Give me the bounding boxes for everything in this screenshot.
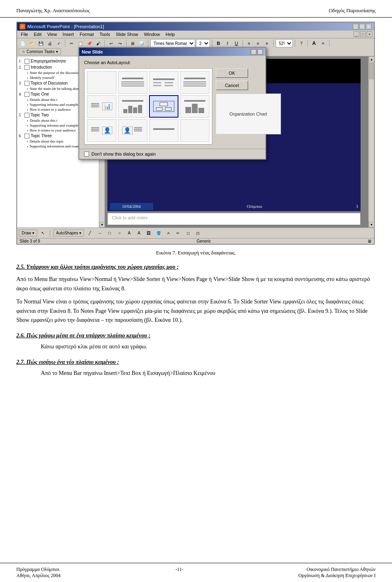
autoshapes-btn[interactable]: AutoShapes ▾ (53, 230, 84, 236)
line-btn[interactable]: ╱ (86, 229, 94, 237)
menu-help[interactable]: Help (164, 31, 177, 37)
spell-btn[interactable]: ✓ (55, 39, 63, 47)
section-2-6: 2.6. Πώς γράφω μέσα σε ένα υπάρχον πλαίσ… (16, 331, 376, 351)
layout-thumb-blank-2[interactable] (180, 119, 209, 142)
scroll-down-btn[interactable]: ▼ (99, 222, 105, 227)
footer-right-line2: Οργάνωση & Διοίκηση Επιχειρήσεων Ι (298, 573, 376, 579)
ppt-menubar: File Edit View Insert Format Tools Slide… (17, 31, 374, 38)
sep6 (243, 40, 243, 47)
textbox-btn[interactable]: A (125, 229, 133, 237)
3d-btn[interactable]: ◳ (194, 229, 202, 237)
align-center-btn[interactable]: ≡ (254, 39, 262, 47)
align-right-btn[interactable]: ≡ (263, 39, 271, 47)
print-btn[interactable]: 🖨 (46, 39, 54, 47)
common-tasks-button[interactable]: ☆ Common Tasks ▾ (19, 48, 61, 55)
layout-grid-inner: 📊 (87, 71, 209, 142)
font-size-selector[interactable]: 24 (196, 39, 210, 47)
slide-notes-area[interactable]: Click to add notes (107, 213, 361, 225)
layout-thumb-org-content[interactable] (149, 95, 178, 118)
save-btn[interactable]: 💾 (37, 39, 45, 47)
font-selector[interactable]: Times New Roman (150, 39, 195, 47)
org-chart-area: Organization Chart (216, 94, 281, 134)
insert-chart-btn[interactable]: 📊 (138, 39, 146, 47)
minimize-btn[interactable]: _ (353, 24, 359, 29)
format-painter-btn[interactable]: 🖌 (94, 39, 102, 47)
right-scroll-up-btn[interactable]: ▲ (369, 56, 374, 62)
sep4 (148, 40, 148, 47)
titlebar-left: P Microsoft PowerPoint - [Presentation1] (20, 24, 104, 29)
open-btn[interactable]: 📂 (28, 39, 36, 47)
dialog-checkbox[interactable] (84, 152, 89, 156)
select-btn[interactable]: ↖ (39, 229, 47, 237)
ppt-titlebar: P Microsoft PowerPoint - [Presentation1]… (17, 22, 374, 31)
dialog-ok-btn[interactable]: OK (216, 68, 248, 78)
dialog-label: Choose an AutoLayout: (84, 60, 261, 65)
layout-thumb-chart-text[interactable] (180, 95, 209, 118)
menu-format[interactable]: Format (78, 31, 96, 37)
layout-thumb-title-text[interactable] (180, 71, 209, 94)
bold-btn[interactable]: B (214, 39, 223, 47)
menu-file[interactable]: File (19, 31, 30, 37)
layout-thumb-title-only[interactable] (149, 119, 178, 142)
menu-edit[interactable]: Edit (32, 31, 44, 37)
shadow-btn[interactable]: ◻ (184, 229, 192, 237)
redo-btn[interactable]: ↪ (116, 39, 124, 47)
dialog-right-panel: OK Cancel Organization Chart (216, 68, 261, 145)
section-2-5-para1: Από το Menu Bar πηγαίνω View>Normal ή Vi… (16, 275, 376, 293)
header-right: Οδηγός Παρουσίασης (329, 7, 376, 14)
section-2-7-heading: 2.7. Πώς εισάγω ένα νέο πλαίσιο κειμένου… (16, 358, 376, 367)
align-left-btn[interactable]: ≡ (245, 39, 253, 47)
dialog-help-btn[interactable]: ? (251, 49, 256, 55)
font-color-btn[interactable]: A (164, 229, 172, 237)
sep10 (329, 40, 330, 47)
menu-insert[interactable]: Insert (60, 31, 76, 37)
line-color-btn[interactable]: ✏ (174, 229, 182, 237)
help-btn[interactable]: ? (297, 39, 305, 47)
layout-thumb-title-content[interactable] (118, 71, 147, 94)
footer-left-line2: Αθήνα, Απρίλιος 2004 (16, 573, 60, 579)
menu-window[interactable]: Window (142, 31, 162, 37)
layout-thumb-two-content[interactable]: 📊 (87, 95, 116, 118)
menu-tools[interactable]: Tools (98, 31, 112, 37)
arrow-btn[interactable]: → (96, 229, 104, 237)
section-2-5-heading: 2.5. Υπάρχουν και άλλοι τρόποι εμφάνισης… (16, 263, 376, 272)
dialog-cancel-btn[interactable]: Cancel (216, 80, 248, 90)
page-header: Παναγιώτης Χρ. Αναστασόπουλος Οδηγός Παρ… (0, 0, 392, 18)
right-scroll-thumb[interactable] (369, 63, 374, 79)
clipart-btn[interactable]: 🖼 (145, 229, 153, 237)
wordart-btn[interactable]: A (135, 229, 143, 237)
copy-btn[interactable]: 📋 (76, 39, 85, 47)
cut-btn[interactable]: ✂ (67, 39, 76, 47)
font-size-decrease-btn[interactable]: A (319, 39, 327, 47)
insert-table-btn[interactable]: ⊞ (129, 39, 137, 47)
italic-btn[interactable]: I (223, 39, 232, 47)
menu-slideshow[interactable]: Slide Show (114, 31, 140, 37)
ppt-window: P Microsoft PowerPoint - [Presentation1]… (16, 22, 375, 245)
oval-btn[interactable]: ○ (115, 229, 123, 237)
close-btn[interactable]: × (366, 24, 372, 29)
layout-thumb-clip-text[interactable]: 👤 (118, 119, 147, 142)
undo-btn[interactable]: ↩ (107, 39, 115, 47)
font-size-increase-btn[interactable]: A (310, 39, 318, 47)
rect-btn[interactable]: □ (105, 229, 114, 237)
maximize-btn[interactable]: □ (359, 24, 365, 29)
underline-btn[interactable]: U (232, 39, 241, 47)
layout-thumb-title-two-col[interactable] (149, 71, 178, 94)
layout-thumb-blank[interactable] (87, 71, 116, 94)
draw-menu-btn[interactable]: Draw ▾ (19, 230, 37, 236)
layout-thumb-title-chart[interactable] (118, 95, 147, 118)
dialog-close-btn[interactable]: × (257, 49, 263, 55)
menu-view[interactable]: View (45, 31, 59, 37)
layout-thumb-text-clip[interactable]: 👤 (87, 119, 116, 142)
dialog-content: Choose an AutoLayout: (79, 56, 265, 149)
right-scroll-down-btn[interactable]: ▼ (369, 222, 374, 227)
inner-restore-btn[interactable]: □ (360, 31, 366, 37)
inner-close-btn[interactable]: × (367, 31, 372, 37)
fill-color-btn[interactable]: 🪣 (154, 229, 163, 237)
header-left: Παναγιώτης Χρ. Αναστασόπουλος (16, 7, 90, 14)
inner-minimize-btn[interactable]: _ (354, 31, 359, 37)
dialog-buttons: OK Cancel (216, 68, 261, 90)
zoom-selector[interactable]: 52% (276, 39, 293, 47)
new-btn[interactable]: 📄 (19, 39, 27, 47)
paste-btn[interactable]: 📌 (85, 39, 94, 47)
